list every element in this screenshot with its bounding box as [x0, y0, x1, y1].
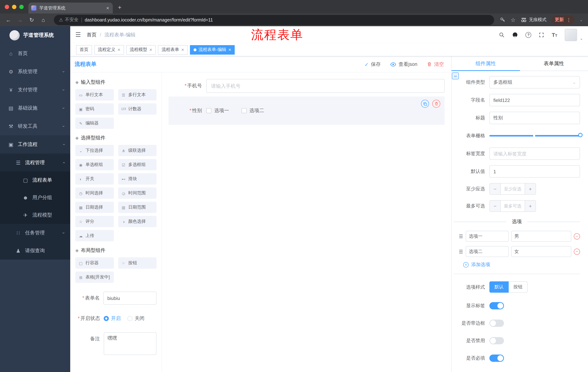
close-window-button[interactable] [5, 5, 9, 9]
slider-handle[interactable] [578, 133, 583, 137]
slider-track[interactable] [489, 135, 580, 137]
tab-form-props[interactable]: 表单属性 [520, 56, 588, 71]
palette-item-upload[interactable]: ☁上传 [75, 230, 114, 241]
palette-item-row-container[interactable]: ▢行容器 [75, 257, 114, 269]
max-checked-input[interactable] [501, 201, 525, 212]
sidebar-item-system[interactable]: ⚙ 系统管理 › [0, 63, 70, 81]
sidebar-item-process-form[interactable]: ▢ 流程表单 [0, 171, 70, 189]
palette-item-single-text[interactable]: ▭单行文本 [75, 89, 114, 100]
component-type-select[interactable]: 多选框组 ⌄ [489, 76, 580, 88]
github-icon[interactable] [512, 32, 518, 38]
breadcrumb-home[interactable]: 首页 [87, 32, 97, 38]
palette-item-password[interactable]: ▣密码 [75, 103, 114, 115]
status-off-radio[interactable]: 关闭 [127, 315, 145, 322]
palette-item-cascader[interactable]: ⋔级联选择 [118, 145, 157, 156]
palette-item-counter[interactable]: 123计数器 [118, 103, 157, 115]
tag-close-icon[interactable]: × [181, 47, 184, 53]
border-toggle[interactable] [489, 319, 504, 327]
delete-field-icon[interactable] [432, 100, 440, 108]
address-bar[interactable]: ⚠ 不安全 dashboard.yudao.iocoder.cn/bpm/man… [54, 15, 494, 25]
tag-process-model[interactable]: 流程模型 × [126, 45, 156, 54]
home-icon[interactable]: ⌂ [39, 17, 48, 23]
increase-icon[interactable]: + [525, 201, 536, 212]
required-toggle[interactable] [489, 354, 504, 362]
help-icon[interactable]: ? [525, 32, 531, 38]
default-value-input[interactable] [489, 165, 580, 178]
new-tab-button[interactable]: + [118, 4, 122, 11]
browser-tab[interactable]: 芋道管理系统 × [28, 2, 113, 13]
form-grid-slider[interactable] [489, 130, 580, 142]
style-button-button[interactable]: 按钮 [509, 281, 528, 293]
tag-close-icon[interactable]: × [149, 47, 152, 53]
checkbox-box[interactable] [206, 108, 211, 113]
profile-chevron-icon[interactable]: ⌄ [580, 18, 583, 22]
decrease-icon[interactable]: − [490, 201, 501, 212]
sidebar-item-user-group[interactable]: ☻ 用户分组 [0, 189, 70, 206]
field-name-input[interactable] [489, 94, 580, 106]
font-size-icon[interactable]: TT [552, 32, 557, 38]
increase-icon[interactable]: + [525, 183, 536, 194]
palette-item-button[interactable]: ☞按钮 [118, 257, 157, 269]
form-name-input[interactable] [103, 292, 157, 305]
tag-process-form-edit[interactable]: 流程表单-编辑 × [190, 45, 235, 54]
sidebar-item-process-mgmt[interactable]: ☰ 流程管理 › [0, 154, 70, 171]
sidebar-item-task-mgmt[interactable]: ∷ 任务管理 › [0, 224, 70, 242]
sidebar-item-payment[interactable]: ¥ 支付管理 › [0, 81, 70, 99]
minimize-window-button[interactable] [12, 5, 16, 9]
sidebar-item-infra[interactable]: ▤ 基础设施 › [0, 99, 70, 117]
canvas-field-phone[interactable]: *手机号 [168, 79, 445, 93]
palette-item-editor[interactable]: ✎编辑器 [75, 117, 114, 129]
decrease-icon[interactable]: − [490, 183, 501, 194]
label-width-input[interactable] [489, 148, 580, 160]
disabled-toggle[interactable] [489, 337, 504, 344]
option-text-input[interactable] [466, 231, 508, 242]
view-json-button[interactable]: 查看json [390, 61, 417, 67]
palette-item-time-picker[interactable]: ◷时间选择 [75, 187, 114, 199]
search-icon[interactable] [499, 32, 505, 38]
palette-item-switch[interactable]: ◐开关 [75, 173, 114, 185]
forward-icon[interactable]: → [15, 17, 25, 23]
min-checked-input[interactable] [501, 183, 525, 194]
sidebar-item-workflow[interactable]: ▣ 工作流程 › [0, 135, 70, 154]
reload-icon[interactable]: ↻ [27, 17, 36, 23]
checkbox-box[interactable] [242, 108, 247, 113]
tab-component-props[interactable]: 组件属性 [452, 56, 520, 71]
palette-item-color-picker[interactable]: ◑颜色选择 [118, 216, 157, 227]
palette-item-rate[interactable]: ☆评分 [75, 216, 114, 227]
sidebar-item-leave-query[interactable]: ♟ 请假查询 [0, 242, 70, 260]
add-option-button[interactable]: + 添加选项 [463, 261, 580, 268]
save-button[interactable]: ✓ 保存 [365, 61, 381, 67]
gender-option-1[interactable]: 选项一 [206, 107, 229, 114]
title-input[interactable] [489, 112, 580, 124]
tag-home[interactable]: 首页 [76, 45, 92, 54]
drag-handle-icon[interactable]: ☰ [459, 234, 463, 239]
palette-item-date-range[interactable]: ▥日期范围 [118, 202, 157, 213]
remove-option-icon[interactable]: − [574, 248, 580, 255]
back-icon[interactable]: ← [4, 17, 13, 23]
maximize-window-button[interactable] [19, 5, 24, 9]
security-chip[interactable]: ⚠ 不安全 [59, 17, 78, 23]
tag-close-icon[interactable]: × [229, 47, 231, 53]
palette-item-multi-text[interactable]: ☰多行文本 [118, 89, 157, 100]
browser-update-button[interactable]: 更新 ⋮ [552, 15, 575, 24]
tab-close-icon[interactable]: × [105, 5, 110, 11]
palette-item-date-picker[interactable]: ▦日期选择 [75, 202, 114, 213]
browser-menu-icon[interactable]: ⋮ [567, 17, 571, 22]
gender-option-2[interactable]: 选项二 [242, 107, 264, 114]
form-remark-textarea[interactable]: 嘿嘿 [104, 332, 157, 355]
user-avatar[interactable] [565, 29, 577, 41]
style-default-button[interactable]: 默认 [489, 281, 509, 293]
password-key-icon[interactable] [500, 17, 505, 22]
clear-button[interactable]: 清空 [427, 61, 444, 67]
palette-item-checkbox-group[interactable]: ☑多选框组 [118, 159, 157, 170]
bookmark-star-icon[interactable]: ☆ [511, 17, 515, 23]
drag-handle-icon[interactable]: ☰ [459, 249, 463, 254]
show-label-toggle[interactable] [489, 302, 504, 309]
sidebar-item-process-model[interactable]: ✈ 流程模型 [0, 206, 70, 224]
palette-item-time-range[interactable]: ◶时间范围 [118, 187, 157, 199]
tag-process-form[interactable]: 流程表单 × [158, 45, 188, 54]
palette-item-radio-group[interactable]: ◉单选框组 [75, 159, 114, 170]
menu-toggle-icon[interactable]: ☰ [75, 31, 81, 39]
copy-field-icon[interactable] [421, 100, 429, 108]
canvas-field-gender-selected[interactable]: *性别 选项一 选项二 [168, 96, 445, 125]
